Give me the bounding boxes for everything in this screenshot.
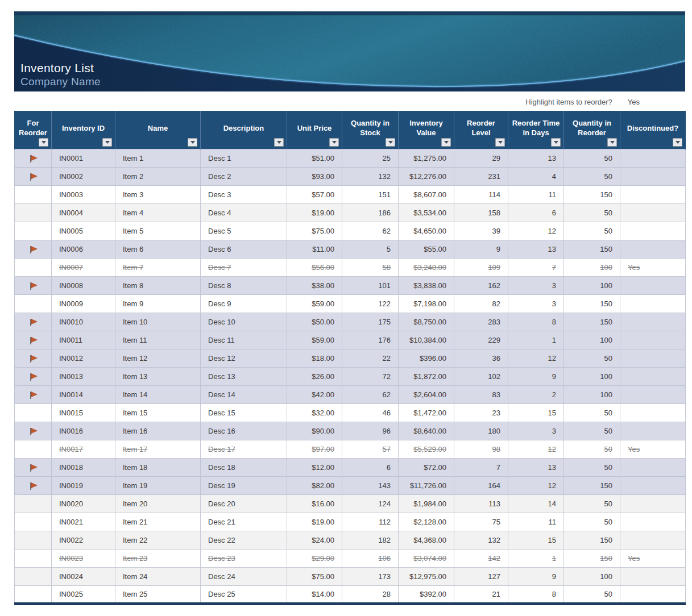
cell-qty[interactable]: 22 <box>342 349 399 368</box>
filter-dropdown-button[interactable] <box>495 138 505 147</box>
cell-name[interactable]: Item 12 <box>115 349 201 368</box>
cell-value[interactable]: $1,984.00 <box>399 495 454 513</box>
cell-time[interactable]: 11 <box>508 186 564 204</box>
cell-desc[interactable]: Desc 9 <box>201 295 287 313</box>
cell-name[interactable]: Item 1 <box>115 149 201 168</box>
cell-flag[interactable] <box>15 168 52 186</box>
cell-disc[interactable] <box>620 422 686 440</box>
cell-value[interactable]: $10,384.00 <box>399 331 454 349</box>
cell-name[interactable]: Item 19 <box>115 477 201 495</box>
cell-disc[interactable] <box>620 331 686 349</box>
cell-id[interactable]: IN0016 <box>52 422 115 440</box>
cell-time[interactable]: 6 <box>508 204 564 222</box>
cell-id[interactable]: IN0014 <box>52 386 115 404</box>
cell-level[interactable]: 21 <box>454 586 508 604</box>
cell-desc[interactable]: Desc 4 <box>201 204 287 222</box>
cell-id[interactable]: IN0013 <box>52 368 115 386</box>
cell-qty[interactable]: 72 <box>342 368 399 386</box>
cell-value[interactable]: $2,604.00 <box>399 386 454 404</box>
cell-flag[interactable] <box>15 550 52 568</box>
cell-level[interactable]: 102 <box>454 368 508 386</box>
cell-desc[interactable]: Desc 19 <box>201 477 287 495</box>
cell-price[interactable]: $90.00 <box>287 422 342 440</box>
cell-reorder_qty[interactable]: 150 <box>564 313 620 331</box>
cell-reorder_qty[interactable]: 50 <box>564 586 620 604</box>
cell-value[interactable]: $4,368.00 <box>399 531 454 550</box>
cell-time[interactable]: 8 <box>508 313 564 331</box>
cell-price[interactable]: $42.00 <box>287 386 342 404</box>
cell-time[interactable]: 9 <box>508 568 564 586</box>
column-header-level[interactable]: Reorder Level <box>454 111 508 149</box>
highlight-items-value[interactable]: Yes <box>628 98 640 106</box>
cell-value[interactable]: $392.00 <box>399 586 454 604</box>
cell-disc[interactable] <box>620 295 686 313</box>
cell-time[interactable]: 12 <box>508 349 564 368</box>
cell-id[interactable]: IN0012 <box>52 349 115 368</box>
cell-desc[interactable]: Desc 21 <box>201 513 287 531</box>
cell-time[interactable]: 13 <box>508 459 564 477</box>
cell-qty[interactable]: 124 <box>342 495 399 513</box>
cell-flag[interactable] <box>15 422 52 440</box>
cell-name[interactable]: Item 16 <box>115 422 201 440</box>
cell-qty[interactable]: 25 <box>342 149 399 168</box>
cell-value[interactable]: $55.00 <box>399 240 454 259</box>
cell-name[interactable]: Item 15 <box>115 404 201 422</box>
cell-price[interactable]: $19.00 <box>287 513 342 531</box>
cell-flag[interactable] <box>15 568 52 586</box>
cell-name[interactable]: Item 5 <box>115 222 201 240</box>
cell-desc[interactable]: Desc 18 <box>201 459 287 477</box>
cell-qty[interactable]: 6 <box>342 459 399 477</box>
cell-value[interactable]: $4,650.00 <box>399 222 454 240</box>
cell-value[interactable]: $72.00 <box>399 459 454 477</box>
cell-id[interactable]: IN0006 <box>52 240 115 259</box>
cell-level[interactable]: 132 <box>454 531 508 550</box>
cell-time[interactable]: 1 <box>508 550 564 568</box>
cell-id[interactable]: IN0020 <box>52 495 115 513</box>
cell-flag[interactable] <box>15 259 52 277</box>
cell-level[interactable]: 29 <box>454 149 508 168</box>
cell-name[interactable]: Item 6 <box>115 240 201 259</box>
cell-value[interactable]: $1,472.00 <box>399 404 454 422</box>
cell-desc[interactable]: Desc 6 <box>201 240 287 259</box>
cell-desc[interactable]: Desc 1 <box>201 149 287 168</box>
column-header-time[interactable]: Reorder Time in Days <box>508 111 564 149</box>
cell-id[interactable]: IN0007 <box>52 259 115 277</box>
cell-time[interactable]: 9 <box>508 368 564 386</box>
cell-disc[interactable] <box>620 186 686 204</box>
cell-reorder_qty[interactable]: 50 <box>564 149 620 168</box>
cell-desc[interactable]: Desc 5 <box>201 222 287 240</box>
cell-flag[interactable] <box>15 204 52 222</box>
cell-id[interactable]: IN0015 <box>52 404 115 422</box>
cell-flag[interactable] <box>15 459 52 477</box>
cell-flag[interactable] <box>15 386 52 404</box>
cell-price[interactable]: $97.00 <box>287 440 342 459</box>
cell-price[interactable]: $93.00 <box>287 168 342 186</box>
cell-name[interactable]: Item 8 <box>115 277 201 295</box>
cell-qty[interactable]: 186 <box>342 204 399 222</box>
cell-disc[interactable]: Yes <box>620 259 686 277</box>
cell-flag[interactable] <box>15 404 52 422</box>
cell-level[interactable]: 180 <box>454 422 508 440</box>
cell-value[interactable]: $8,607.00 <box>399 186 454 204</box>
cell-price[interactable]: $12.00 <box>287 459 342 477</box>
cell-name[interactable]: Item 21 <box>115 513 201 531</box>
cell-level[interactable]: 9 <box>454 240 508 259</box>
cell-desc[interactable]: Desc 24 <box>201 568 287 586</box>
cell-disc[interactable] <box>620 513 686 531</box>
cell-reorder_qty[interactable]: 150 <box>564 240 620 259</box>
cell-desc[interactable]: Desc 14 <box>201 386 287 404</box>
cell-disc[interactable]: Yes <box>620 550 686 568</box>
cell-disc[interactable] <box>620 349 686 368</box>
cell-value[interactable]: $3,248.00 <box>399 259 454 277</box>
cell-time[interactable]: 3 <box>508 295 564 313</box>
cell-level[interactable]: 158 <box>454 204 508 222</box>
cell-reorder_qty[interactable]: 100 <box>564 386 620 404</box>
cell-name[interactable]: Item 2 <box>115 168 201 186</box>
cell-reorder_qty[interactable]: 50 <box>564 349 620 368</box>
cell-reorder_qty[interactable]: 50 <box>564 404 620 422</box>
column-header-price[interactable]: Unit Price <box>287 111 342 149</box>
cell-flag[interactable] <box>15 495 52 513</box>
cell-id[interactable]: IN0009 <box>52 295 115 313</box>
cell-level[interactable]: 229 <box>454 331 508 349</box>
cell-price[interactable]: $59.00 <box>287 331 342 349</box>
